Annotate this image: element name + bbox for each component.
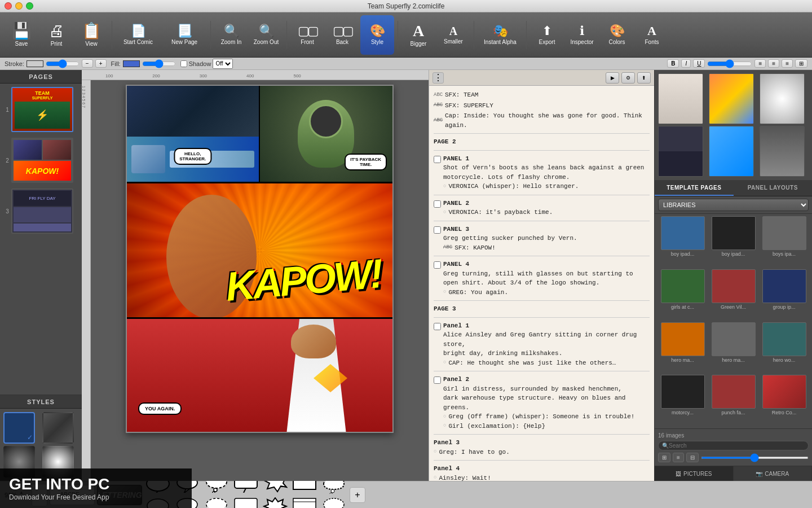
library-item-11[interactable]: punch fa...	[709, 375, 758, 426]
export-button[interactable]: ⬆ Export	[530, 15, 564, 55]
zoom-in-button[interactable]: 🔍 Zoom In	[214, 15, 248, 55]
maximize-button[interactable]	[26, 2, 33, 10]
view-button[interactable]: 📋 View	[74, 15, 108, 55]
bigger-button[interactable]: A Bigger	[401, 15, 435, 55]
size-slider[interactable]	[701, 457, 809, 459]
library-item-1[interactable]: boy ipad...	[658, 216, 707, 268]
page-item-3[interactable]: 3 FRI FLY DAY	[2, 187, 80, 235]
align-right-btn[interactable]: ≡	[782, 59, 793, 68]
close-button[interactable]	[5, 2, 12, 10]
script-drag-handle[interactable]: ⋮	[433, 72, 444, 84]
libraries-select[interactable]: LIBRARIES	[658, 199, 809, 211]
panel-tools: ⬆ Export ℹ Inspector 🎨 Colors A Fonts	[530, 15, 669, 55]
text-slider[interactable]	[707, 60, 752, 67]
stroke-slider[interactable]	[46, 60, 80, 67]
page-thumb-3[interactable]: FRI FLY DAY	[11, 189, 73, 234]
front-button[interactable]: ▢▢ Front	[290, 15, 324, 55]
back-icon: ▢▢	[333, 25, 352, 37]
ruler-top: 100 200 300 400 500	[82, 70, 429, 80]
shadow-checkbox[interactable]	[180, 60, 187, 67]
stroke-minus[interactable]: −	[82, 59, 93, 68]
back-button[interactable]: ▢▢ Back	[325, 15, 359, 55]
detail-view-btn[interactable]: ⊟	[686, 453, 699, 462]
template-thumb-3[interactable]	[760, 73, 805, 124]
stroke-swatch[interactable]	[27, 60, 43, 67]
bold-btn[interactable]: B	[667, 59, 679, 68]
p3-panel-2-checkbox[interactable]	[434, 376, 441, 384]
new-page-button[interactable]: 📃 New Page	[162, 15, 207, 55]
list-view-btn[interactable]: ≡	[673, 453, 684, 462]
library-item-12[interactable]: Retro Co...	[760, 375, 809, 426]
instant-alpha-button[interactable]: 🎭 Instant Alpha	[478, 15, 523, 55]
page-item-1[interactable]: 1 TEAM SUPERFLY ⚡	[2, 86, 80, 133]
script-expand-btn[interactable]: ⬆	[637, 72, 651, 84]
script-arrow-btn[interactable]: ▶	[606, 72, 619, 84]
template-thumb-5[interactable]	[709, 126, 754, 177]
style-button[interactable]: 🎨 Style	[360, 15, 394, 55]
bubble-spiky-2[interactable]	[262, 496, 289, 509]
tab-panel-layouts[interactable]: PANEL LAYOUTS	[734, 180, 813, 196]
panel-1-checkbox[interactable]	[434, 156, 441, 163]
stroke-plus[interactable]: +	[95, 59, 107, 68]
page-item-2[interactable]: 2 KAPOW!	[2, 137, 80, 184]
inspector-button[interactable]: ℹ Inspector	[565, 15, 599, 55]
fonts-button[interactable]: A Fonts	[635, 15, 669, 55]
page-thumb-1[interactable]: TEAM SUPERFLY ⚡	[11, 87, 73, 132]
pages-list[interactable]: 1 TEAM SUPERFLY ⚡ 2	[0, 84, 82, 395]
library-item-7[interactable]: hero ma...	[658, 322, 707, 374]
library-item-4[interactable]: girls at c...	[658, 269, 707, 321]
style-swatch-1[interactable]: ✓	[3, 412, 35, 444]
window-controls[interactable]	[5, 2, 33, 10]
search-input[interactable]	[669, 443, 805, 449]
panel-2-checkbox[interactable]	[434, 200, 441, 208]
grid-view-btn[interactable]: ⊞	[658, 453, 670, 462]
template-thumb-1[interactable]	[658, 73, 703, 124]
colors-button[interactable]: 🎨 Colors	[600, 15, 634, 55]
library-item-3[interactable]: boys ipa...	[760, 216, 809, 268]
library-item-6[interactable]: group ip...	[760, 269, 809, 321]
fill-swatch[interactable]	[123, 60, 140, 67]
smaller-button[interactable]: A Smaller	[436, 15, 470, 55]
minimize-button[interactable]	[15, 2, 23, 10]
library-item-9[interactable]: hero wo...	[760, 322, 809, 374]
template-thumb-6[interactable]	[760, 126, 805, 177]
bubble-thought-2[interactable]	[203, 496, 230, 509]
zoom-out-button[interactable]: 🔍 Zoom Out	[249, 15, 283, 55]
template-thumb-4[interactable]	[658, 126, 703, 177]
bubble-rect-2[interactable]	[232, 496, 259, 509]
p3-panel-1-checkbox[interactable]	[434, 323, 441, 330]
grid-btn[interactable]: ⊞	[795, 59, 807, 68]
library-item-2[interactable]: boy ipad...	[709, 216, 758, 268]
library-thumb-12	[762, 375, 806, 409]
panel-3-checkbox[interactable]	[434, 226, 441, 234]
library-grid[interactable]: boy ipad... boy ipad... boys ipa... girl…	[655, 214, 812, 428]
shadow-select[interactable]: Off	[213, 59, 233, 69]
script-settings-btn[interactable]: ⚙	[621, 72, 635, 84]
panel-4-checkbox[interactable]	[434, 261, 441, 269]
script-content[interactable]: ABC SFX: TEAM ABC SFX: SUPERFLY ABC Cap:…	[429, 86, 654, 481]
add-bubble-btn[interactable]: +	[350, 487, 365, 503]
library-item-10[interactable]: motorcy...	[658, 375, 707, 426]
tab-template-pages[interactable]: TEMPLATE PAGES	[655, 180, 734, 196]
script-divider-6	[434, 300, 650, 301]
start-comic-button[interactable]: 📄 Start Comic	[116, 15, 161, 55]
canvas-content[interactable]: HELLO,STRANGER. IT'S PAYBACKTIME.	[91, 80, 429, 481]
canvas-area[interactable]: 100 200 300 400 500 1 2 3 4 5 6 7	[82, 70, 429, 481]
page-thumb-2[interactable]: KAPOW!	[11, 138, 73, 183]
underline-btn[interactable]: U	[693, 59, 705, 68]
template-thumb-2[interactable]	[709, 73, 754, 124]
bubble-wavy-2[interactable]	[320, 496, 347, 509]
comic-canvas: HELLO,STRANGER. IT'S PAYBACKTIME.	[126, 85, 394, 433]
library-item-5[interactable]: Green Vil...	[709, 269, 758, 321]
fill-opacity-slider[interactable]	[142, 60, 176, 67]
library-item-8[interactable]: hero ma...	[709, 322, 758, 374]
italic-btn[interactable]: I	[681, 59, 691, 68]
print-button[interactable]: 🖨 Print	[39, 15, 73, 55]
library-label-4: girls at c...	[671, 304, 694, 310]
start-comic-icon: 📄	[131, 25, 146, 37]
bubble-caption-2[interactable]	[291, 496, 318, 509]
style-swatch-2[interactable]	[42, 412, 74, 444]
align-left-btn[interactable]: ≡	[754, 59, 766, 68]
align-center-btn[interactable]: ≡	[768, 59, 779, 68]
save-button[interactable]: 💾 Save	[5, 15, 38, 55]
